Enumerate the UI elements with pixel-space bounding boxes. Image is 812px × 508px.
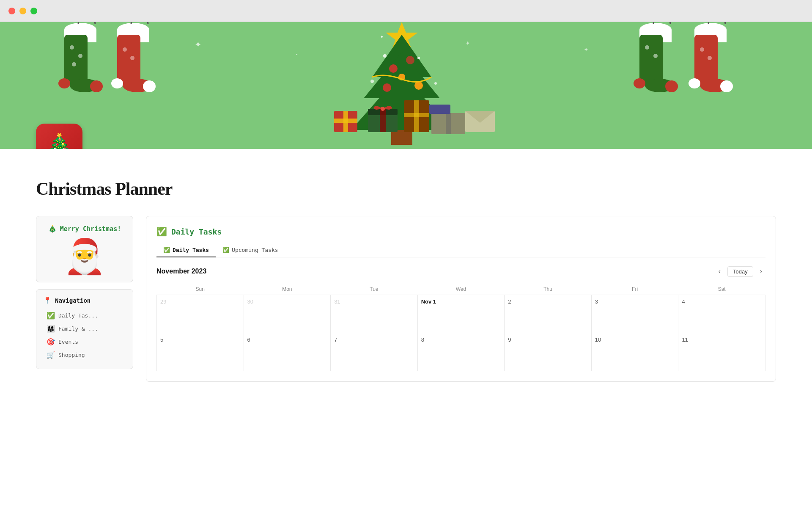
left-panel: 🎄 Merry Christmas! 🎅 📍 Navigation ✅ Dail…	[36, 216, 133, 369]
calendar-today-button[interactable]: Today	[727, 266, 753, 277]
calendar-day-nov9[interactable]: 9	[505, 333, 592, 371]
calendar-day-oct29[interactable]: 29	[157, 295, 244, 333]
nav-item-events-label: Events	[58, 339, 78, 345]
santa-emoji: 🎅	[45, 240, 124, 273]
svg-point-31	[414, 81, 423, 90]
svg-point-15	[58, 78, 70, 88]
calendar-day-nov8[interactable]: 8	[417, 333, 505, 371]
nav-item-family-label: Family & ...	[58, 326, 98, 332]
calendar-day-nov10[interactable]: 10	[591, 333, 678, 371]
svg-point-23	[111, 78, 123, 88]
tasks-check-icon: ✅	[156, 226, 167, 237]
svg-rect-50	[429, 105, 450, 114]
daily-tasks-nav-icon: ✅	[47, 312, 55, 320]
svg-rect-18	[117, 35, 140, 86]
calendar-day-nov2[interactable]: 2	[505, 295, 592, 333]
svg-point-55	[645, 45, 649, 50]
calendar-day-nov5[interactable]: 5	[157, 333, 244, 371]
close-button[interactable]	[8, 8, 15, 14]
svg-point-36	[370, 80, 374, 83]
svg-rect-28	[391, 130, 412, 145]
minimize-button[interactable]	[19, 8, 26, 14]
svg-point-30	[406, 56, 414, 64]
svg-point-20	[130, 56, 134, 60]
page-icon: 🎄	[36, 124, 82, 149]
svg-point-56	[653, 54, 658, 58]
col-sat: Sat	[678, 284, 765, 295]
navigation-card: 📍 Navigation ✅ Daily Tas... 👨‍👩‍👧 Family…	[36, 289, 133, 369]
traffic-lights	[8, 8, 37, 14]
svg-point-58	[665, 80, 678, 92]
family-nav-icon: 👨‍👩‍👧	[47, 325, 55, 333]
svg-rect-54	[639, 35, 663, 86]
col-thu: Thu	[505, 284, 592, 295]
page-title: Christmas Planner	[36, 179, 776, 199]
calendar-day-nov1[interactable]: Nov 1	[417, 295, 505, 333]
calendar-header-row: Sun Mon Tue Wed Thu Fri Sat	[157, 284, 765, 295]
svg-point-12	[72, 62, 76, 66]
tab-daily-tasks-icon: ✅	[163, 247, 170, 253]
svg-point-32	[383, 83, 391, 92]
calendar-day-nov11[interactable]: 11	[678, 333, 765, 371]
main-layout: 🎄 Merry Christmas! 🎅 📍 Navigation ✅ Dail…	[36, 216, 776, 382]
nav-item-events[interactable]: 🎯 Events	[43, 336, 126, 348]
svg-point-34	[383, 54, 387, 58]
svg-point-64	[708, 56, 712, 60]
calendar-day-oct31[interactable]: 31	[331, 295, 418, 333]
svg-point-29	[389, 64, 398, 73]
calendar-day-nov6[interactable]: 6	[244, 333, 331, 371]
svg-point-67	[689, 78, 700, 88]
svg-rect-9	[64, 35, 88, 86]
svg-rect-44	[334, 119, 357, 123]
tab-daily-tasks-label: Daily Tasks	[173, 247, 209, 253]
tab-upcoming-tasks-label: Upcoming Tasks	[232, 247, 278, 253]
merry-christmas-title: Merry Christmas!	[60, 225, 121, 233]
banner-svg: ✦ • ✦ • ✦ • ✦	[0, 22, 812, 149]
shopping-nav-icon: 🛒	[47, 351, 55, 359]
svg-text:•: •	[296, 52, 298, 57]
nav-item-family[interactable]: 👨‍👩‍👧 Family & ...	[43, 323, 126, 335]
tab-upcoming-tasks[interactable]: ✅ Upcoming Tasks	[216, 243, 285, 257]
calendar-nav: November 2023 ‹ Today ›	[156, 266, 765, 277]
tasks-header: ✅ Daily Tasks	[156, 226, 765, 237]
svg-point-41	[381, 107, 385, 111]
events-nav-icon: 🎯	[47, 338, 55, 346]
tabs-row: ✅ Daily Tasks ✅ Upcoming Tasks	[156, 243, 765, 257]
calendar-nav-right: ‹ Today ›	[715, 266, 765, 277]
merry-christmas-header: 🎄 Merry Christmas!	[45, 225, 124, 233]
calendar-prev-button[interactable]: ‹	[715, 266, 724, 277]
calendar-day-nov3[interactable]: 3	[591, 295, 678, 333]
right-panel: ✅ Daily Tasks ✅ Daily Tasks ✅ Upcoming T…	[146, 216, 776, 382]
svg-text:✦: ✦	[195, 40, 202, 49]
nav-header: 📍 Navigation	[43, 296, 126, 304]
tab-upcoming-tasks-icon: ✅	[222, 247, 229, 253]
calendar-day-oct30[interactable]: 30	[244, 295, 331, 333]
col-sun: Sun	[157, 284, 244, 295]
svg-rect-40	[380, 109, 386, 132]
calendar-day-nov4[interactable]: 4	[678, 295, 765, 333]
window-chrome	[0, 0, 812, 22]
svg-point-63	[700, 47, 704, 52]
banner: ✦ • ✦ • ✦ • ✦	[0, 22, 812, 149]
nav-item-daily-tasks[interactable]: ✅ Daily Tas...	[43, 309, 126, 322]
calendar-week-1: 29 30 31 Nov 1 2 3 4	[157, 295, 765, 333]
tab-daily-tasks[interactable]: ✅ Daily Tasks	[156, 243, 216, 257]
navigation-icon: 📍	[43, 296, 52, 304]
svg-point-11	[78, 54, 82, 58]
merry-christmas-card: 🎄 Merry Christmas! 🎅	[36, 216, 133, 282]
calendar-next-button[interactable]: ›	[757, 266, 765, 277]
nav-item-shopping[interactable]: 🛒 Shopping	[43, 349, 126, 361]
tasks-title: Daily Tasks	[171, 227, 222, 236]
svg-point-59	[634, 78, 645, 88]
calendar-day-nov7[interactable]: 7	[331, 333, 418, 371]
maximize-button[interactable]	[30, 8, 37, 14]
svg-rect-47	[404, 113, 429, 117]
svg-point-10	[70, 45, 74, 50]
calendar-week-2: 5 6 7 8 9 10 11	[157, 333, 765, 371]
tree-icon: 🎄	[48, 225, 57, 233]
svg-point-19	[123, 47, 127, 52]
calendar-grid: Sun Mon Tue Wed Thu Fri Sat 29	[156, 284, 765, 371]
nav-item-daily-tasks-label: Daily Tas...	[58, 312, 98, 319]
banner-decorations: ✦ • ✦ • ✦ • ✦	[0, 22, 812, 149]
svg-text:•: •	[381, 33, 383, 40]
